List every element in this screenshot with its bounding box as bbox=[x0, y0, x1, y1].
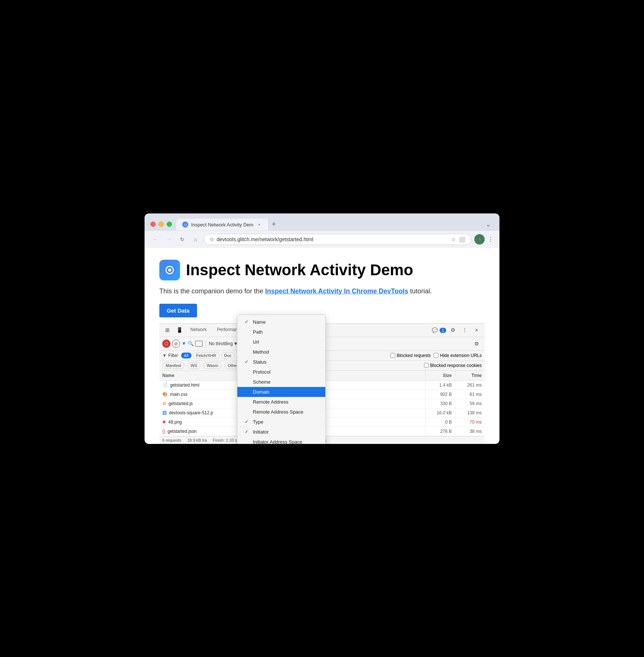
file-icon: ✖ bbox=[162, 420, 166, 425]
check-icon: ✓ bbox=[245, 319, 250, 324]
hide-extension-urls-checkbox-label[interactable]: Hide extension URLs bbox=[434, 353, 482, 358]
row-time: 38 ms bbox=[455, 427, 485, 436]
filter-tag-all[interactable]: All bbox=[181, 353, 191, 358]
row-time: 70 ms bbox=[455, 418, 485, 427]
context-menu-item-status[interactable]: ✓ Status bbox=[237, 357, 325, 367]
blocked-response-cookies-label[interactable]: Blocked response cookies bbox=[424, 363, 482, 368]
network-settings-icon[interactable]: ⚙ bbox=[471, 338, 482, 349]
record-button[interactable] bbox=[162, 340, 170, 348]
row-name: ✖ 48.png bbox=[159, 418, 241, 427]
devtools-right-buttons: 💬 1 ⚙ ⋮ × bbox=[432, 325, 482, 335]
browser-window: ⊙ Inspect Network Activity Dem × + ⌄ ← →… bbox=[145, 213, 499, 444]
context-menu-item-path[interactable]: Path bbox=[237, 327, 325, 337]
row-time: 138 ms bbox=[455, 408, 485, 417]
check-icon: ✓ bbox=[245, 429, 250, 434]
bookmark-icon[interactable]: ☆ bbox=[451, 236, 456, 242]
tab-network[interactable]: Network bbox=[186, 325, 211, 335]
hide-extension-urls-checkbox[interactable] bbox=[434, 353, 438, 358]
clear-button[interactable]: ⊘ bbox=[172, 340, 180, 348]
address-bar: ← → ↻ ⌂ ⊙ devtools.glitch.me/network/get… bbox=[145, 231, 499, 248]
device-toggle-icon[interactable]: 📱 bbox=[174, 325, 184, 335]
blocked-response-cookies-checkbox[interactable] bbox=[424, 363, 429, 368]
row-name: 🎨 main.css bbox=[159, 390, 241, 399]
minimize-button[interactable] bbox=[159, 222, 164, 227]
filter-tag-manifest[interactable]: Manifest bbox=[162, 362, 184, 369]
page-logo bbox=[159, 260, 180, 280]
back-button[interactable]: ← bbox=[150, 234, 161, 245]
context-menu-item-protocol[interactable]: Protocol bbox=[237, 367, 325, 377]
header-time: Time bbox=[455, 371, 485, 380]
row-name: 🖼 devtools-square-512.p bbox=[159, 408, 241, 417]
row-time: 261 ms bbox=[455, 381, 485, 390]
url-bar[interactable]: ⊙ devtools.glitch.me/network/getstarted.… bbox=[204, 234, 471, 245]
page-header: Inspect Network Activity Demo bbox=[159, 260, 485, 280]
context-menu-item-initiator_address_space[interactable]: Initiator Address Space bbox=[237, 437, 325, 444]
extensions-icon[interactable]: ⬜ bbox=[459, 236, 465, 242]
status-finish: Finish: 2.33 s bbox=[213, 438, 237, 442]
file-icon: ⚙ bbox=[162, 401, 166, 406]
traffic-lights bbox=[150, 222, 172, 227]
active-tab[interactable]: ⊙ Inspect Network Activity Dem × bbox=[176, 219, 268, 230]
devtools-more-icon[interactable]: ⋮ bbox=[460, 325, 470, 335]
tab-close-button[interactable]: × bbox=[256, 222, 262, 228]
close-button[interactable] bbox=[150, 222, 156, 227]
filter-tag-wasm[interactable]: Wasm bbox=[203, 362, 221, 369]
context-menu-item-url[interactable]: Url bbox=[237, 337, 325, 347]
filter-tag-doc[interactable]: Doc bbox=[221, 352, 235, 359]
filter-tag-ws[interactable]: WS bbox=[187, 362, 201, 369]
tab-menu-button[interactable]: ⌄ bbox=[483, 218, 494, 231]
search-icon[interactable]: 🔍 bbox=[188, 341, 194, 346]
context-menu-item-domain[interactable]: Domain bbox=[237, 387, 325, 397]
tabs-bar: ⊙ Inspect Network Activity Dem × + bbox=[176, 218, 478, 230]
devtools-close-icon[interactable]: × bbox=[471, 325, 482, 335]
forward-button[interactable]: → bbox=[164, 234, 174, 245]
row-name: {} getstarted.json bbox=[159, 427, 241, 436]
get-data-button[interactable]: Get Data bbox=[159, 304, 197, 317]
row-size: 330 B bbox=[426, 399, 455, 408]
context-menu-item-method[interactable]: Method bbox=[237, 347, 325, 357]
title-bar: ⊙ Inspect Network Activity Dem × + ⌄ bbox=[145, 213, 499, 231]
context-menu-item-remote_address_space[interactable]: Remote Address Space bbox=[237, 407, 325, 417]
filter-label: Filter bbox=[168, 353, 178, 358]
throttle-select[interactable]: No throttling ▼ bbox=[209, 341, 238, 346]
capture-screenshot-button[interactable] bbox=[195, 341, 203, 347]
context-menu-item-name[interactable]: ✓ Name bbox=[237, 317, 325, 327]
row-size: 16.0 kB bbox=[426, 408, 455, 417]
blocked-requests-checkbox-label[interactable]: Blocked requests bbox=[390, 353, 431, 358]
filter-tags: All Fetch/XHR Doc bbox=[181, 352, 235, 359]
fullscreen-button[interactable] bbox=[167, 222, 172, 227]
row-name: 📄 getstarted.html bbox=[159, 381, 241, 390]
tab-favicon: ⊙ bbox=[182, 222, 188, 228]
blocked-requests-checkbox[interactable] bbox=[390, 353, 395, 358]
reload-button[interactable]: ↻ bbox=[177, 234, 187, 245]
home-button[interactable]: ⌂ bbox=[190, 234, 201, 245]
filter-tag-fetch-xhr[interactable]: Fetch/XHR bbox=[193, 352, 220, 359]
row-size: 1.4 kB bbox=[426, 381, 455, 390]
filter-icon[interactable]: ▼ bbox=[182, 341, 186, 346]
devtools-link[interactable]: Inspect Network Activity In Chrome DevTo… bbox=[265, 287, 408, 295]
context-menu-item-type[interactable]: ✓ Type bbox=[237, 417, 325, 427]
devtools-badge: 💬 1 bbox=[432, 327, 446, 333]
new-tab-button[interactable]: + bbox=[269, 218, 279, 230]
url-security-icon: ⊙ bbox=[210, 237, 214, 242]
elements-panel-icon[interactable]: ⊞ bbox=[162, 325, 173, 335]
row-size: 276 B bbox=[426, 427, 455, 436]
page-subtitle: This is the companion demo for the Inspe… bbox=[159, 286, 485, 296]
status-transferred: 18.9 kB tra bbox=[187, 438, 207, 442]
header-name: Name bbox=[159, 371, 241, 380]
file-icon: 🎨 bbox=[162, 392, 168, 397]
context-menu-item-initiator[interactable]: ✓ Initiator bbox=[237, 427, 325, 437]
row-name: ⚙ getstarted.js bbox=[159, 399, 241, 408]
tab-title: Inspect Network Activity Dem bbox=[191, 222, 253, 228]
file-icon: 📄 bbox=[162, 383, 168, 388]
file-icon: 🖼 bbox=[162, 410, 167, 415]
profile-avatar[interactable]: 🦎 bbox=[474, 234, 485, 245]
filter-funnel-icon: ▼ bbox=[162, 353, 167, 358]
svg-point-2 bbox=[168, 269, 171, 272]
devtools-settings-icon[interactable]: ⚙ bbox=[448, 325, 458, 335]
context-menu-item-scheme[interactable]: Scheme bbox=[237, 377, 325, 387]
header-size: Size bbox=[426, 371, 455, 380]
browser-menu-button[interactable]: ⋮ bbox=[488, 236, 494, 243]
context-menu-item-remote_address[interactable]: Remote Address bbox=[237, 397, 325, 407]
file-icon: {} bbox=[162, 429, 165, 434]
